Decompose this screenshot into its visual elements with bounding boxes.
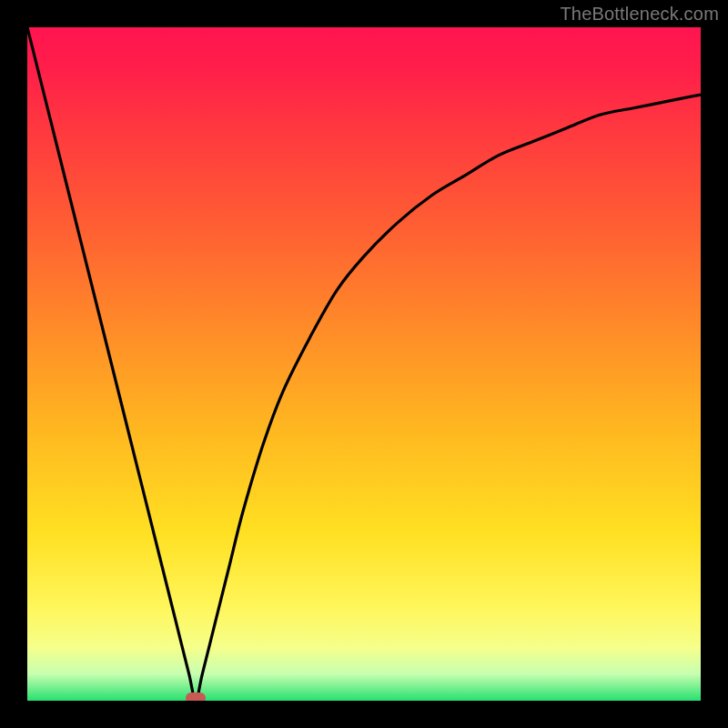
gradient-background [27, 27, 701, 701]
minimum-marker [186, 693, 206, 701]
chart-stage: TheBottleneck.com [0, 0, 728, 728]
watermark-text: TheBottleneck.com [560, 4, 719, 25]
plot-area [27, 27, 701, 701]
